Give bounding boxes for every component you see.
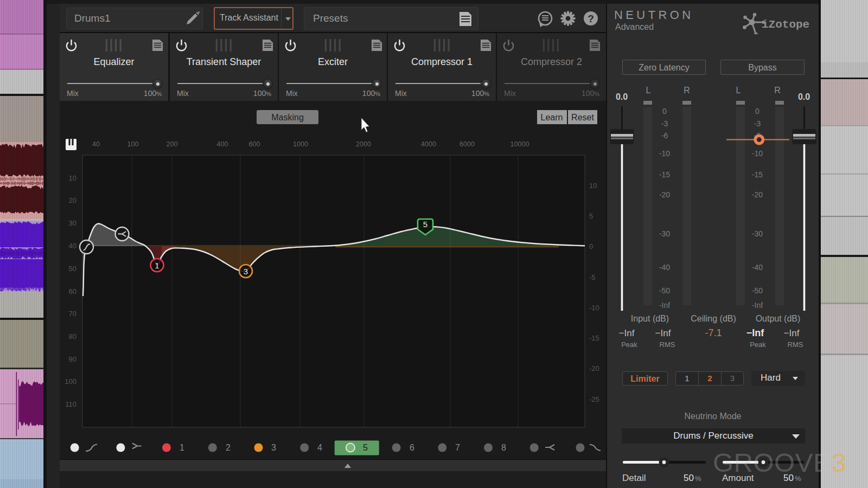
svg-text:4000: 4000 bbox=[421, 140, 436, 148]
svg-text:-50: -50 bbox=[659, 286, 670, 295]
svg-text:80: 80 bbox=[69, 332, 76, 341]
svg-text:200: 200 bbox=[167, 140, 178, 148]
svg-text:-50: -50 bbox=[752, 286, 763, 295]
svg-text:60: 60 bbox=[69, 287, 76, 296]
svg-text:Masking: Masking bbox=[271, 113, 304, 122]
svg-text:2000: 2000 bbox=[356, 140, 371, 148]
svg-text:?: ? bbox=[588, 13, 594, 24]
svg-text:110: 110 bbox=[65, 400, 76, 408]
svg-text:-40: -40 bbox=[752, 263, 763, 272]
svg-text:-3: -3 bbox=[661, 119, 668, 128]
svg-text:-3: -3 bbox=[754, 119, 761, 128]
svg-text:0: 0 bbox=[662, 107, 667, 115]
svg-text:0: 0 bbox=[755, 107, 760, 115]
svg-text:5: 5 bbox=[363, 443, 368, 452]
svg-text:Detail: Detail bbox=[622, 473, 646, 483]
svg-text:-20: -20 bbox=[752, 190, 763, 199]
svg-text:3: 3 bbox=[244, 267, 248, 276]
svg-text:600: 600 bbox=[249, 140, 260, 148]
svg-text:100: 100 bbox=[127, 140, 139, 148]
svg-text:40: 40 bbox=[69, 242, 76, 250]
svg-text:4: 4 bbox=[317, 443, 322, 452]
svg-text:-20: -20 bbox=[589, 364, 599, 373]
svg-text:2: 2 bbox=[226, 443, 231, 452]
svg-text:-15: -15 bbox=[659, 170, 670, 179]
svg-text:-15: -15 bbox=[589, 334, 599, 342]
svg-text:10000: 10000 bbox=[510, 140, 529, 148]
svg-text:-40: -40 bbox=[659, 263, 670, 272]
svg-text:-30: -30 bbox=[659, 229, 670, 238]
svg-text:-Inf: -Inf bbox=[659, 301, 670, 310]
svg-text:3: 3 bbox=[271, 443, 276, 452]
svg-text:90: 90 bbox=[69, 355, 76, 363]
svg-text:0: 0 bbox=[589, 242, 593, 251]
svg-text:%: % bbox=[695, 474, 701, 483]
svg-text:40: 40 bbox=[92, 140, 100, 148]
svg-text:Learn: Learn bbox=[541, 113, 563, 122]
svg-text:5: 5 bbox=[589, 212, 593, 220]
svg-text:Reset: Reset bbox=[571, 113, 594, 122]
svg-text:100: 100 bbox=[65, 377, 76, 386]
svg-text:-Inf: -Inf bbox=[752, 301, 763, 310]
svg-text:-30: -30 bbox=[752, 229, 763, 238]
svg-text:-6: -6 bbox=[661, 131, 668, 140]
svg-text:-10: -10 bbox=[659, 149, 670, 158]
svg-text:50: 50 bbox=[684, 473, 694, 483]
svg-text:-10: -10 bbox=[589, 304, 599, 312]
svg-text:10: 10 bbox=[69, 174, 76, 182]
svg-text:-15: -15 bbox=[752, 170, 763, 179]
svg-text:8: 8 bbox=[501, 443, 506, 452]
svg-text:1: 1 bbox=[180, 443, 184, 452]
svg-text:7: 7 bbox=[455, 443, 460, 452]
svg-text:-20: -20 bbox=[659, 190, 670, 199]
svg-text:-25: -25 bbox=[589, 395, 599, 403]
svg-text:20: 20 bbox=[69, 196, 76, 204]
svg-text:10: 10 bbox=[589, 182, 597, 190]
svg-text:50: 50 bbox=[69, 265, 76, 273]
svg-text:5: 5 bbox=[423, 220, 427, 229]
svg-text:400: 400 bbox=[217, 140, 228, 148]
svg-text:-10: -10 bbox=[752, 149, 763, 158]
svg-text:6000: 6000 bbox=[459, 140, 475, 148]
svg-text:-5: -5 bbox=[589, 273, 596, 281]
svg-text:6: 6 bbox=[410, 443, 414, 452]
svg-text:70: 70 bbox=[69, 310, 76, 318]
svg-text:1000: 1000 bbox=[293, 140, 308, 148]
svg-text:30: 30 bbox=[69, 219, 76, 227]
svg-text:1: 1 bbox=[155, 261, 159, 270]
